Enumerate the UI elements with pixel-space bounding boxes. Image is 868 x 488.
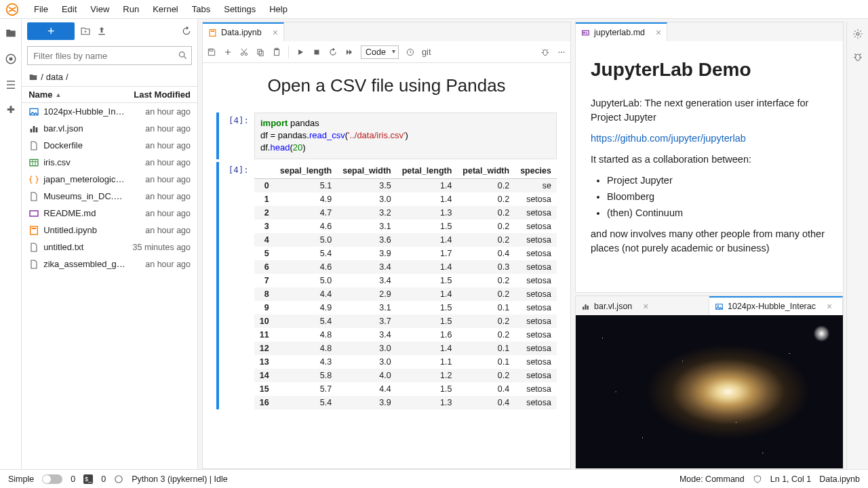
file-item[interactable]: zika_assembled_g…an hour ago <box>22 256 197 272</box>
col-name[interactable]: Name <box>28 89 52 100</box>
code-input[interactable]: import pandas df = pandas.read_csv('../d… <box>254 113 557 159</box>
svg-rect-7 <box>33 126 35 132</box>
nb-icon <box>28 225 39 236</box>
svg-rect-18 <box>258 49 262 54</box>
upload-icon[interactable] <box>96 26 107 37</box>
kernel-status[interactable]: Python 3 (ipykernel) | Idle <box>132 474 228 484</box>
close-icon[interactable]: × <box>273 27 278 38</box>
output-prompt: [4]: <box>220 162 254 409</box>
right-sidebar <box>846 22 868 469</box>
svg-point-36 <box>115 475 123 483</box>
file-item[interactable]: Untitled.ipynban hour ago <box>22 222 197 239</box>
menu-file[interactable]: File <box>27 1 55 17</box>
bug-icon[interactable] <box>540 47 550 57</box>
code-cell[interactable]: [4]: import pandas df = pandas.read_csv(… <box>216 113 557 159</box>
filebrowser-header[interactable]: Name ▲ Last Modified <box>22 86 197 103</box>
markdown-tabbar: jupyterlab.md × <box>576 22 843 41</box>
svg-rect-31 <box>587 305 589 309</box>
svg-rect-13 <box>210 29 216 36</box>
add-cell-icon[interactable] <box>223 47 233 57</box>
file-item[interactable]: untitled.txt35 minutes ago <box>22 239 197 256</box>
clock-icon[interactable] <box>406 47 415 57</box>
tab-data-ipynb[interactable]: Data.ipynb × <box>203 22 284 41</box>
input-prompt: [4]: <box>220 113 254 159</box>
paste-icon[interactable] <box>272 47 281 57</box>
markdown-body[interactable]: JupyterLab Demo JupyterLab: The next gen… <box>576 41 843 270</box>
file-modified: an hour ago <box>145 192 191 201</box>
image-icon <box>715 302 724 311</box>
terminals-count[interactable]: 0 <box>71 474 75 484</box>
cut-icon[interactable] <box>239 47 249 57</box>
toc-icon[interactable] <box>5 79 17 91</box>
activity-bar <box>0 19 22 469</box>
file-modified: 35 minutes ago <box>133 243 191 252</box>
stop-icon[interactable] <box>312 47 321 57</box>
copy-icon[interactable] <box>256 47 265 57</box>
git-label[interactable]: git <box>422 47 431 57</box>
save-icon[interactable] <box>207 47 216 57</box>
sort-asc-icon: ▲ <box>56 92 62 98</box>
close-icon[interactable]: × <box>827 301 832 312</box>
file-item[interactable]: iris.csvan hour ago <box>22 154 197 171</box>
file-item[interactable]: Dockerfilean hour ago <box>22 137 197 154</box>
breadcrumb-folder[interactable]: data <box>46 72 63 82</box>
svg-point-27 <box>564 52 565 53</box>
breadcrumb[interactable]: / data / <box>22 68 197 86</box>
trust-icon[interactable] <box>753 474 762 484</box>
md-list-item: Project Jupyter <box>607 174 828 188</box>
menu-edit[interactable]: Edit <box>55 1 83 17</box>
file-item[interactable]: README.mdan hour ago <box>22 205 197 222</box>
tab-jupyterlab-md[interactable]: jupyterlab.md × <box>576 22 667 41</box>
menu-tabs[interactable]: Tabs <box>185 1 217 17</box>
file-item[interactable]: 1024px-Hubble_In…an hour ago <box>22 103 197 120</box>
ellipsis-icon[interactable] <box>557 47 566 57</box>
celltype-select[interactable]: Code <box>361 45 399 59</box>
close-icon[interactable]: × <box>643 301 648 312</box>
menu-kernel[interactable]: Kernel <box>146 1 185 17</box>
svg-rect-22 <box>315 49 319 54</box>
extensions-icon[interactable] <box>5 104 17 117</box>
simple-toggle[interactable] <box>42 474 62 484</box>
file-name: Museums_in_DC.… <box>43 191 145 201</box>
cursor-position[interactable]: Ln 1, Col 1 <box>770 474 811 484</box>
tab-bar-vl-json[interactable]: bar.vl.json × <box>576 296 709 315</box>
restart-icon[interactable] <box>328 47 338 57</box>
file-item[interactable]: japan_meterologic…an hour ago <box>22 171 197 188</box>
property-inspector-icon[interactable] <box>852 28 863 39</box>
file-modified: an hour ago <box>145 107 191 117</box>
new-folder-icon[interactable] <box>80 26 91 37</box>
menu-view[interactable]: View <box>83 1 116 17</box>
running-icon[interactable] <box>5 53 17 65</box>
md-list: Project JupyterBloomberg(then) Continuum <box>607 174 828 220</box>
close-icon[interactable]: × <box>656 27 661 38</box>
menu-settings[interactable]: Settings <box>217 1 262 17</box>
run-icon[interactable] <box>296 47 305 57</box>
notebook-toolbar: Code git <box>203 41 570 63</box>
file-modified: an hour ago <box>145 260 191 269</box>
svg-point-34 <box>856 33 859 35</box>
menu-run[interactable]: Run <box>116 1 146 17</box>
filter-input[interactable] <box>27 46 192 65</box>
mode-indicator[interactable]: Mode: Command <box>679 474 745 484</box>
active-file[interactable]: Data.ipynb <box>819 474 860 484</box>
new-launcher-button[interactable]: + <box>27 22 75 40</box>
notebook-body[interactable]: Open a CSV file using Pandas [4]: import… <box>203 63 570 468</box>
jupyter-logo-icon <box>5 3 19 16</box>
tab-hubble-image[interactable]: 1024px-Hubble_Interac × <box>709 296 843 315</box>
run-all-icon[interactable] <box>344 47 354 57</box>
menu-help[interactable]: Help <box>262 1 294 17</box>
tab-label: 1024px-Hubble_Interac <box>728 302 816 311</box>
file-icon <box>28 140 39 151</box>
breadcrumb-sep: / <box>41 72 43 82</box>
md-list-item: (then) Continuum <box>607 206 828 220</box>
csv-icon <box>28 157 39 168</box>
col-modified[interactable]: Last Modified <box>134 89 191 100</box>
file-item[interactable]: Museums_in_DC.…an hour ago <box>22 188 197 205</box>
md-link[interactable]: https://github.com/jupyter/jupyterlab <box>591 133 746 144</box>
file-name: 1024px-Hubble_In… <box>43 106 145 117</box>
folder-icon[interactable] <box>5 27 17 39</box>
file-item[interactable]: bar.vl.jsonan hour ago <box>22 120 197 137</box>
kernels-count[interactable]: 0 <box>101 474 106 484</box>
debugger-icon[interactable] <box>852 52 863 62</box>
refresh-icon[interactable] <box>181 26 192 37</box>
